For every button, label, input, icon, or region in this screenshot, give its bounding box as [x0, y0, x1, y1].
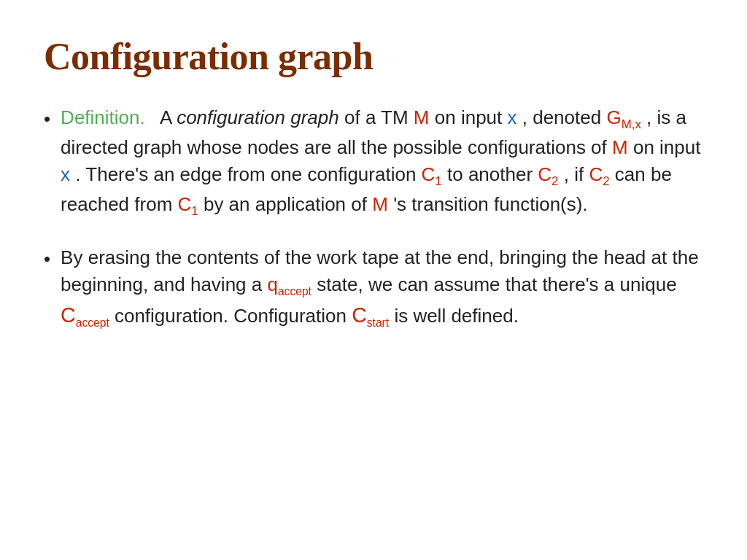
C-accept-subscript: accept: [76, 316, 109, 329]
text-of-a-tm: of a TM: [344, 106, 414, 128]
C2-symbol: C: [538, 163, 551, 185]
text-state-assume: state, we can assume that there's a uniq…: [317, 273, 676, 295]
definition-label: Definition.: [61, 106, 145, 128]
G-subscript: M,x: [622, 117, 641, 131]
slide-content: • Definition. A configuration graph of a…: [44, 104, 703, 332]
text-configuration: configuration. Configuration: [115, 305, 352, 327]
C2-subscript: 2: [551, 175, 558, 189]
config-graph-italic: configuration graph: [177, 106, 339, 128]
text-a: A: [150, 106, 177, 128]
C-start-subscript: start: [367, 316, 389, 329]
C2-subscript-2: 2: [603, 175, 609, 189]
q-accept-subscript: accept: [278, 286, 311, 298]
slide: Configuration graph • Definition. A conf…: [0, 0, 747, 560]
tm-M-2: M: [612, 136, 628, 158]
bullet-point-2: •: [44, 246, 50, 273]
bullet-item-2: • By erasing the contents of the work ta…: [44, 244, 703, 332]
tm-M-1: M: [414, 106, 430, 128]
bullet-text-2: By erasing the contents of the work tape…: [61, 244, 703, 332]
text-on-input-2: on input: [633, 136, 701, 158]
text-well-defined: is well defined.: [394, 305, 519, 327]
slide-title: Configuration graph: [44, 35, 703, 78]
C-start-symbol: C: [352, 303, 367, 327]
C-accept-symbol: C: [61, 303, 76, 327]
bullet-point-1: •: [44, 106, 50, 133]
text-transition: 's transition function(s).: [393, 193, 588, 215]
C1-symbol-2: C: [178, 193, 192, 215]
C1-subscript-2: 1: [191, 204, 198, 218]
input-x-2: x: [61, 163, 70, 185]
G-symbol: G: [606, 106, 621, 128]
C1-subscript: 1: [435, 175, 441, 189]
bullet-text-1: Definition. A configuration graph of a T…: [61, 104, 703, 221]
C1-symbol: C: [422, 163, 436, 185]
text-by-application: by an application of: [204, 193, 372, 215]
text-if: , if: [564, 163, 589, 185]
text-to-another: to another: [447, 163, 538, 185]
bullet-item-1: • Definition. A configuration graph of a…: [44, 104, 703, 221]
tm-M-3: M: [372, 193, 388, 215]
text-on-input: on input: [435, 106, 508, 128]
q-symbol: q: [267, 273, 277, 295]
text-denoted: , denoted: [522, 106, 607, 128]
C2-symbol-2: C: [589, 163, 603, 185]
input-x-1: x: [508, 106, 517, 128]
text-theres-an-edge: . There's an edge from one configuration: [75, 163, 421, 185]
